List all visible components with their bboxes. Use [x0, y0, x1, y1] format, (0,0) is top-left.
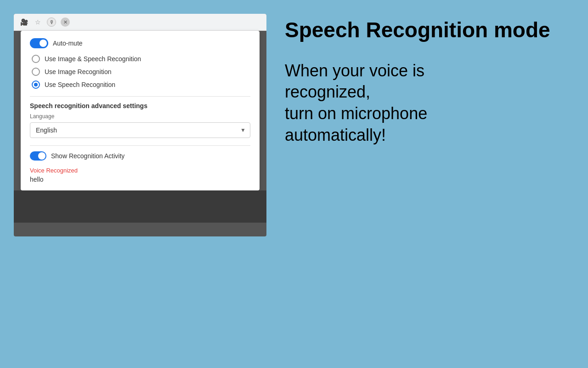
left-panel: 🎥 ☆ 🎙 ✕ Auto-mute Use Image & Speech Rec…: [14, 14, 266, 236]
auto-mute-toggle[interactable]: [30, 38, 48, 48]
radio-image[interactable]: [32, 68, 40, 76]
language-select[interactable]: English: [30, 122, 250, 138]
radio-label-image: Use Image Recognition: [45, 68, 112, 75]
advanced-settings-title: Speech recognition advanced settings: [30, 102, 250, 109]
description-text: When your voice isrecognized,turn on mic…: [285, 60, 574, 146]
radio-label-image-speech: Use Image & Speech Recognition: [45, 55, 141, 63]
star-icon: ☆: [33, 17, 42, 27]
divider: [30, 96, 250, 97]
main-title: Speech Recognition mode: [285, 18, 574, 42]
extension-icon: ✕: [61, 17, 70, 27]
radio-label-speech: Use Speech Recognition: [45, 81, 115, 88]
right-panel: Speech Recognition mode When your voice …: [285, 14, 574, 146]
radio-row-image-speech[interactable]: Use Image & Speech Recognition: [32, 55, 250, 63]
voice-recognized-label: Voice Recognized: [30, 167, 250, 174]
radio-row-speech[interactable]: Use Speech Recognition: [32, 80, 250, 89]
radio-row-image[interactable]: Use Image Recognition: [32, 68, 250, 76]
browser-toolbar: 🎥 ☆ 🎙 ✕: [14, 14, 266, 31]
radio-speech[interactable]: [32, 80, 40, 89]
show-activity-toggle[interactable]: [30, 151, 46, 161]
radio-image-speech[interactable]: [32, 55, 40, 63]
language-select-wrapper: English ▼: [30, 122, 250, 138]
browser-screenshot: 🎥 ☆ 🎙 ✕ Auto-mute Use Image & Speech Rec…: [14, 14, 266, 236]
popup-card: Auto-mute Use Image & Speech Recognition…: [21, 31, 260, 190]
dark-background-area: [14, 190, 266, 223]
show-activity-row: Show Recognition Activity: [30, 151, 250, 161]
show-activity-label: Show Recognition Activity: [51, 152, 124, 160]
recognition-mode-group: Use Image & Speech Recognition Use Image…: [30, 55, 250, 89]
auto-mute-label: Auto-mute: [53, 40, 83, 47]
auto-mute-row: Auto-mute: [30, 38, 250, 48]
language-field-label: Language: [30, 113, 250, 120]
microphone-icon: 🎙: [47, 17, 56, 27]
divider-2: [30, 145, 250, 146]
voice-recognized-text: hello: [30, 176, 250, 183]
camera-icon: 🎥: [19, 17, 28, 27]
